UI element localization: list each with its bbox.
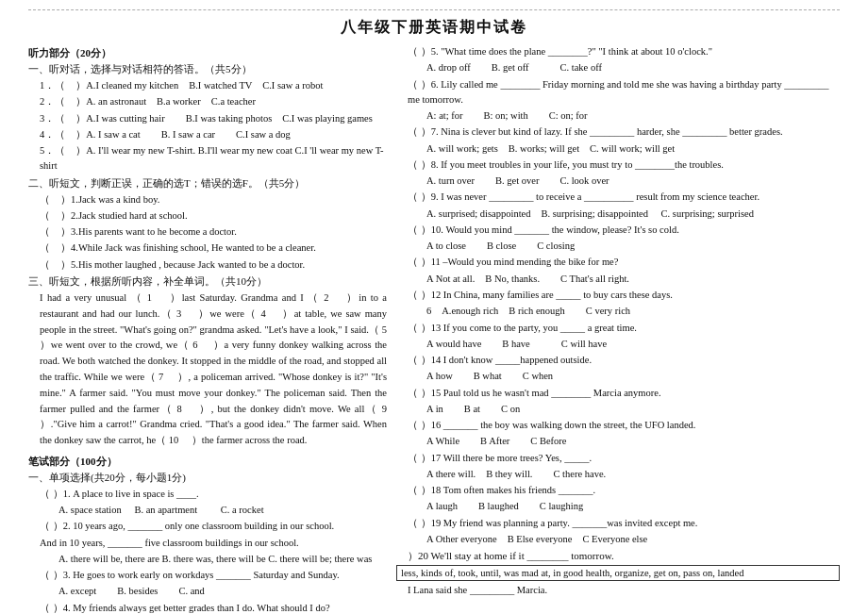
list-item: ）18 Tom often makes his friends _______. (421, 485, 596, 495)
list-item: A. there will be, there are B. there was… (40, 552, 387, 567)
list-item: A laugh B laughed C laughing (408, 499, 840, 514)
list-item: A. surprised; disappointed B. surprising… (408, 207, 840, 222)
list-item: （ ）19 My friend was planning a party. __… (408, 516, 840, 531)
list-item: （ ）2. 10 years ago, _______ only one cla… (40, 519, 387, 534)
word-box: less, kinds of, took, until, was mad at,… (396, 565, 840, 581)
list-item: （ ）17 Will there be more trees? Yes, ___… (408, 451, 840, 466)
list-item: （ ）18 Tom often makes his friends ______… (408, 483, 840, 498)
right-items: （ ）5. "What time does the plane ________… (396, 44, 840, 563)
list-item: ）6. Lily called me ________ Friday morni… (408, 79, 829, 105)
fill-section-title: ）20 We'll stay at home if it ________ to… (408, 549, 840, 563)
list-item: （ ）8. If you meet troubles in your life,… (408, 158, 840, 173)
list-item: ）9. I was never _________ to receive a _… (421, 191, 760, 202)
list-item: A how B what C when (408, 369, 840, 384)
fill-item: I Lana said she _________ Marcia. (396, 583, 840, 598)
list-item: （ ）5.His mother laughed , because Jack w… (40, 257, 387, 273)
written-part1-items: （ ）1. A place to live in space is ____. … (28, 487, 387, 614)
list-item: 2．（ ）A. an astronaut B.a worker C.a teac… (40, 94, 387, 109)
list-item: A would have B have C will have (408, 337, 840, 352)
page-title: 八年级下册英语期中试卷 (28, 18, 840, 38)
list-item: ）14 I don't know _____happened outside. (421, 355, 592, 365)
list-item: （ ）4. My friends always get better grade… (40, 601, 387, 614)
listening-section-title: 听力部分（20分） (28, 46, 387, 60)
part1-items: 1．（ ）A.I cleaned my kitchen B.I watched … (28, 78, 387, 174)
part2-title: 二、听短文，判断正误，正确的选T；错误的选F。（共5分） (28, 176, 387, 191)
list-item: ）8. If you meet troubles in your life, y… (421, 159, 724, 170)
list-item: ）19 My friend was planning a party. ____… (421, 518, 698, 528)
list-item: ）15 Paul told us he wasn't mad ________ … (421, 388, 661, 398)
list-item: A. will work; gets B. works; will get C.… (408, 141, 840, 157)
list-item: （ ）5. "What time does the plane ________… (408, 44, 840, 59)
list-item: And in 10 years, _______ five classroom … (40, 536, 387, 551)
list-item: （ ）1.Jack was a kind boy. (40, 192, 387, 207)
list-item: A. space station B. an apartment C. a ro… (40, 503, 387, 518)
left-column: 听力部分（20分） 一、听对话，选择与对话相符的答语。（共5分） 1．（ ）A.… (28, 43, 387, 614)
list-item: ）13 If you come to the party, you _____ … (421, 323, 637, 333)
list-item: ）10. Would you mind _______ the window, … (421, 224, 679, 235)
list-item: A there will. B they will. C there have. (408, 467, 840, 482)
list-item: A. except B. besides C. and (40, 584, 387, 599)
list-item: ）5. "What time does the plane ________?"… (421, 46, 712, 57)
right-column: （ ）5. "What time does the plane ________… (396, 43, 840, 614)
list-item: A: at; for B: on; with C: on; for (408, 108, 840, 124)
part3-text: I had a very unusual （ 1 ）last Saturday.… (28, 290, 387, 449)
list-item: A in B at C on (408, 402, 840, 417)
list-item: 1．（ ）A.I cleaned my kitchen B.I watched … (40, 78, 387, 93)
list-item: （ ）9. I was never _________ to receive a… (408, 190, 840, 205)
list-item: （ ）6. Lily called me ________ Friday mor… (408, 77, 840, 108)
part1-title: 一、听对话，选择与对话相符的答语。（共5分） (28, 62, 387, 76)
list-item: A Other everyone B Else everyone C Every… (408, 532, 840, 547)
part3-title: 三、听短文，根据所听内容，补全单词。（共10分） (28, 274, 387, 289)
list-item: ）16 _______ the boy was walking down the… (421, 420, 696, 430)
list-item: （ ）11 –Would you mind mending the bike f… (408, 255, 840, 270)
list-item: A Not at all. B No, thanks. C That's all… (408, 272, 840, 287)
list-item: 6 A.enough rich B rich enough C very ric… (408, 304, 840, 319)
list-item: 3．（ ）A.I was cutting hair B.I was taking… (40, 111, 387, 126)
list-item: 5．（ ）A. I'll wear my new T-shirt. B.I'll… (40, 143, 387, 174)
list-item: （ ）15 Paul told us he wasn't mad _______… (408, 386, 840, 401)
list-item: （ ）1. A place to live in space is ____. (40, 487, 387, 502)
list-item: A to close B close C closing (408, 239, 840, 254)
list-item: （ ）14 I don't know _____happened outside… (408, 353, 840, 368)
list-item: （ ）3.His parents want to he become a doc… (40, 224, 387, 240)
list-item: （ ）16 _______ the boy was walking down t… (408, 418, 840, 433)
list-item: A. drop off B. get off C. take off (408, 60, 840, 75)
written-part1-title: 一、单项选择(共20分，每小题1分) (28, 471, 387, 485)
written-section-title: 笔试部分（100分） (28, 455, 387, 469)
list-item: ）7. Nina is clever but kind of lazy. If … (421, 126, 783, 137)
list-item: A. turn over B. get over C. look over (408, 174, 840, 189)
list-item: 4．（ ）A. I saw a cat B. I saw a car C.I s… (40, 127, 387, 142)
list-item: （ ）12 In China, many families are _____ … (408, 288, 840, 303)
list-item: （ ）13 If you come to the party, you ____… (408, 321, 840, 336)
list-item: ）17 Will there be more trees? Yes, _____… (421, 453, 592, 463)
part2-items: （ ）1.Jack was a kind boy. （ ）2.Jack stud… (28, 192, 387, 273)
list-item: ）11 –Would you mind mending the bike for… (421, 257, 619, 267)
list-item: （ ）3. He goes to work early on workdays … (40, 568, 387, 583)
list-item: ）12 In China, many families are _____ to… (421, 290, 673, 300)
list-item: （ ）7. Nina is clever but kind of lazy. I… (408, 124, 840, 140)
list-item: （ ）10. Would you mind _______ the window… (408, 223, 840, 238)
list-item: （ ）2.Jack studied hard at school. (40, 208, 387, 224)
list-item: （ ）4.While Jack was finishing school, He… (40, 241, 387, 256)
list-item: A While B After C Before (408, 434, 840, 449)
